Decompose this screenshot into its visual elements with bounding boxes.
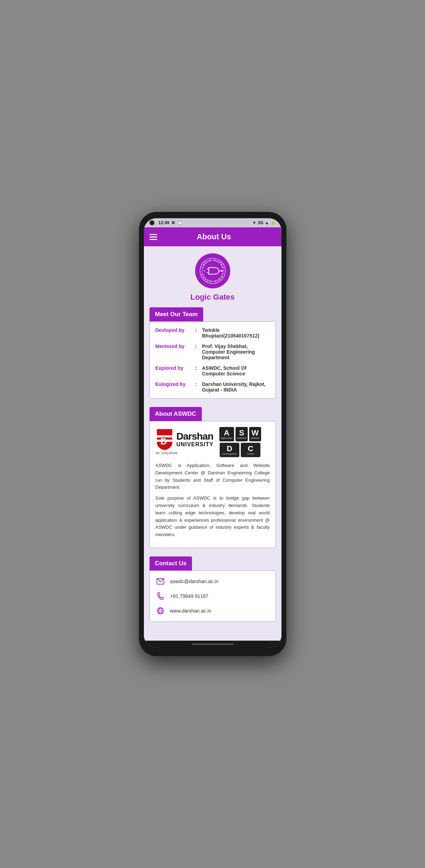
aswdc-cell-a: A Application: [219, 427, 234, 441]
time-display: 12:49: [159, 220, 170, 225]
team-section-header: Meet Our Team: [150, 307, 204, 321]
aswdc-description-2: Sole purpose of ASWDC is to bridge gap b…: [155, 495, 270, 539]
website-value: www.darshan.ac.in: [170, 608, 212, 614]
aswdc-card: D Darshan UNIVERSITY योग: कर्मसु कौशलम्: [150, 421, 276, 548]
team-label-mentored: Mentored by: [155, 343, 192, 349]
contact-section: Contact Us aswdc@darshan.ac.in: [150, 556, 276, 622]
logo-circle: LOGIC GATES LOGIC GATES: [195, 253, 230, 288]
email-icon: [155, 576, 165, 586]
camera-icon: [150, 220, 154, 225]
settings-icon: ⚙: [171, 220, 175, 225]
battery-icon: 🔋: [271, 220, 276, 225]
university-logos: D Darshan UNIVERSITY योग: कर्मसु कौशलम्: [155, 427, 270, 457]
logo-svg: LOGIC GATES LOGIC GATES: [199, 257, 227, 285]
status-bar: 12:49 ⚙ 📋 ▼ 3G ▲ 🔋: [144, 218, 281, 227]
team-value-developed: Twinkle Bhuptani(210540107512): [202, 327, 270, 339]
home-bar[interactable]: [192, 643, 234, 645]
status-right: ▼ 3G ▲ 🔋: [252, 220, 276, 225]
contact-email-row: aswdc@darshan.ac.in: [155, 576, 270, 586]
darshan-university-label: UNIVERSITY: [177, 441, 214, 448]
table-row: Explored by : ASWDC, School Of Computer …: [155, 365, 270, 376]
app-bar: About Us: [144, 227, 281, 246]
darshan-text: Darshan UNIVERSITY: [177, 432, 214, 448]
email-value: aswdc@darshan.ac.in: [170, 579, 219, 584]
aswdc-cell-c: C Center: [241, 443, 260, 457]
team-value-explored: ASWDC, School Of Computer Science: [202, 365, 270, 376]
darshan-tagline: योग: कर्मसु कौशलम्: [155, 452, 178, 455]
team-value-mentored: Prof. Vijay Shekhat, Computer Engineerin…: [202, 343, 270, 360]
team-colon-4: :: [195, 381, 199, 387]
home-indicator: [144, 641, 281, 648]
darshan-emblem: D Darshan UNIVERSITY: [155, 429, 214, 450]
aswdc-cell-d: D Development: [220, 443, 239, 457]
team-label-eulogized: Eulogized by: [155, 381, 192, 387]
team-card: Devloped by : Twinkle Bhuptani(210540107…: [150, 321, 276, 399]
logo-title: Logic Gates: [191, 293, 235, 302]
aswdc-section-header: About ASWDC: [150, 407, 202, 421]
table-row: Eulogized by : Darshan University, Rajko…: [155, 381, 270, 393]
aswdc-description-1: ASWDC is Application, Software and Websi…: [155, 462, 270, 491]
phone-frame: 12:49 ⚙ 📋 ▼ 3G ▲ 🔋 About Us: [139, 212, 286, 656]
svg-point-4: [204, 270, 205, 271]
sim-icon: 📋: [177, 220, 182, 225]
darshan-logo: D Darshan UNIVERSITY योग: कर्मसु कौशलम्: [155, 429, 214, 455]
contact-card: aswdc@darshan.ac.in +91 79849 91167: [150, 570, 276, 622]
team-label-explored: Explored by: [155, 365, 192, 371]
team-section: Meet Our Team Devloped by : Twinkle Bhup…: [150, 307, 276, 399]
globe-icon: [155, 606, 165, 616]
team-colon-2: :: [195, 343, 199, 349]
darshan-name: Darshan: [177, 432, 214, 441]
team-colon-1: :: [195, 327, 199, 333]
status-left: 12:49 ⚙ 📋: [150, 220, 183, 225]
team-label-developed: Devloped by: [155, 327, 192, 333]
menu-button[interactable]: [150, 234, 157, 240]
table-row: Devloped by : Twinkle Bhuptani(210540107…: [155, 327, 270, 339]
network-label: 3G: [258, 220, 264, 225]
table-row: Mentored by : Prof. Vijay Shekhat, Compu…: [155, 343, 270, 360]
team-value-eulogized: Darshan University, Rajkot, Gujarat - IN…: [202, 381, 270, 393]
logo-section: LOGIC GATES LOGIC GATES: [150, 253, 276, 302]
phone-icon: [155, 591, 165, 601]
aswdc-cell-s: S Software: [235, 427, 248, 441]
app-bar-title: About Us: [163, 232, 276, 241]
aswdc-section: About ASWDC: [150, 407, 276, 548]
contact-phone-row: +91 79849 91167: [155, 591, 270, 601]
svg-text:D: D: [160, 436, 167, 447]
wifi-icon: ▼: [252, 220, 257, 225]
phone-screen: 12:49 ⚙ 📋 ▼ 3G ▲ 🔋 About Us: [144, 218, 281, 648]
contact-section-header: Contact Us: [150, 556, 192, 570]
aswdc-logo: A Application S Software W Website: [219, 427, 261, 457]
contact-web-row: www.darshan.ac.in: [155, 606, 270, 616]
team-colon-3: :: [195, 365, 199, 371]
darshan-shield-svg: D: [155, 429, 174, 450]
phone-value: +91 79849 91167: [170, 593, 208, 599]
signal-icon: ▲: [265, 220, 269, 225]
content-area: LOGIC GATES LOGIC GATES: [144, 246, 281, 641]
aswdc-cell-w: W Website: [249, 427, 261, 441]
